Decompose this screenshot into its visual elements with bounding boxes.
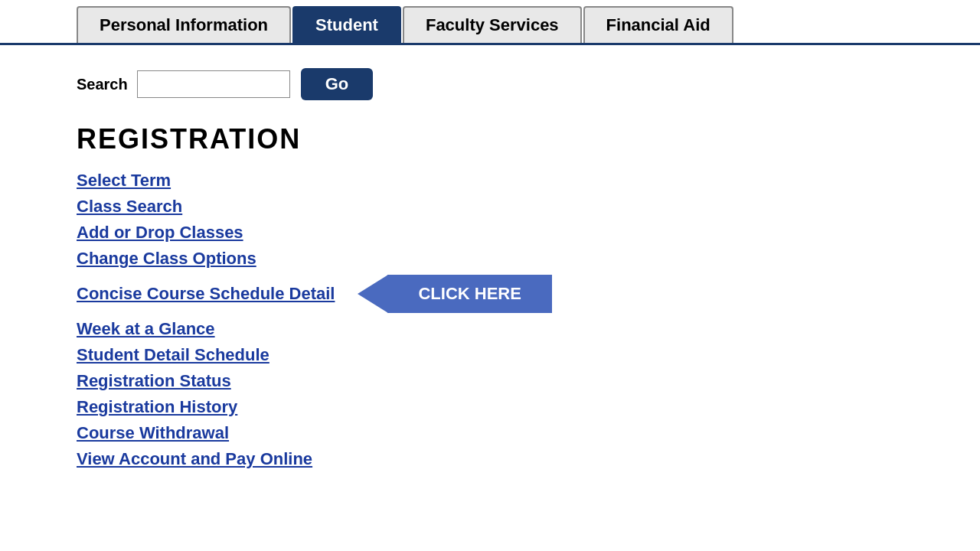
click-here-container: Concise Course Schedule Detail CLICK HER… (77, 275, 980, 313)
go-button[interactable]: Go (301, 68, 374, 100)
link-view-account[interactable]: View Account and Pay Online (77, 449, 312, 469)
link-course-withdrawal[interactable]: Course Withdrawal (77, 423, 229, 443)
link-class-search[interactable]: Class Search (77, 197, 182, 217)
link-registration-history[interactable]: Registration History (77, 397, 237, 417)
link-change-class-options[interactable]: Change Class Options (77, 249, 256, 269)
link-registration-status[interactable]: Registration Status (77, 371, 231, 391)
registration-title: REGISTRATION (77, 123, 980, 155)
search-label: Search (77, 76, 128, 93)
link-week-at-a-glance[interactable]: Week at a Glance (77, 319, 215, 339)
tab-faculty-services[interactable]: Faculty Services (403, 6, 582, 43)
link-select-term[interactable]: Select Term (77, 171, 171, 191)
link-add-drop-classes[interactable]: Add or Drop Classes (77, 223, 243, 243)
arrow-head-icon (358, 275, 388, 313)
click-here-label[interactable]: CLICK HERE (387, 275, 551, 313)
link-student-detail-schedule[interactable]: Student Detail Schedule (77, 345, 270, 365)
tab-navigation: Personal Information Student Faculty Ser… (0, 0, 980, 45)
search-input[interactable] (137, 70, 290, 98)
registration-links: Select Term Class Search Add or Drop Cla… (77, 171, 980, 469)
tab-student[interactable]: Student (292, 6, 401, 43)
tab-personal-information[interactable]: Personal Information (77, 6, 291, 43)
click-here-arrow: CLICK HERE (358, 275, 551, 313)
registration-section: REGISTRATION Select Term Class Search Ad… (0, 123, 980, 469)
search-bar: Search Go (0, 45, 980, 123)
tab-financial-aid[interactable]: Financial Aid (583, 6, 733, 43)
link-concise-course-schedule[interactable]: Concise Course Schedule Detail (77, 284, 335, 304)
